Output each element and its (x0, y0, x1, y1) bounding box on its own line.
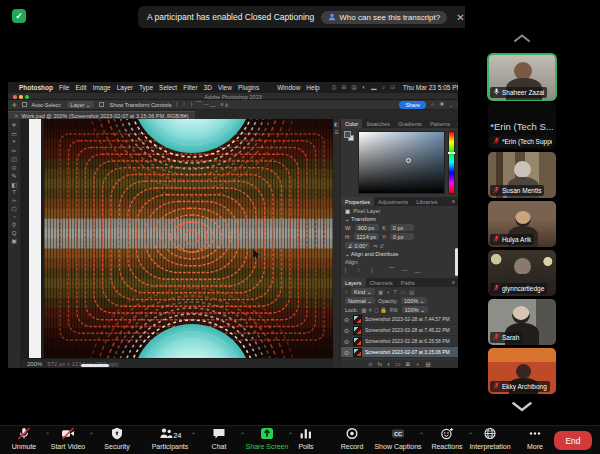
layer-row[interactable]: ⊙Screenshot 2023-02-28 at 7.44.57 PM (341, 314, 458, 325)
tool-icon[interactable]: ◫ (11, 155, 17, 162)
ps-share-button[interactable]: Share (399, 101, 426, 109)
layers-tab-layers[interactable]: Layers (341, 278, 366, 287)
participant-tile-glynncartledge[interactable]: glynncartledge (488, 250, 556, 296)
layers-tab-paths[interactable]: Paths (397, 278, 419, 287)
horizontal-scrollbar[interactable] (81, 364, 109, 367)
menu-item-file[interactable]: File (59, 84, 69, 91)
color-tab-patterns[interactable]: Patterns (426, 119, 454, 128)
align-section-header[interactable]: ⌄ Align and Distribute (345, 251, 454, 257)
document-tab[interactable]: ✕ Work.psd @ 200% (Screenshot 2023-02-07… (8, 111, 195, 119)
menu-item-layer[interactable]: Layer (117, 84, 133, 91)
rotate-field[interactable]: ∠ 0.00° (345, 242, 370, 249)
layer-visibility-icon[interactable]: ⊙ (344, 316, 350, 323)
tool-icon[interactable]: ⚲ (12, 221, 16, 228)
layer-thumbnail (353, 337, 362, 346)
menu-item-edit[interactable]: Edit (75, 84, 86, 91)
tool-icon[interactable]: ⌲ (12, 197, 17, 204)
app-menu[interactable]: Photoshop (19, 84, 53, 91)
fill-field[interactable]: 100% ⌄ (402, 306, 428, 313)
transform-section-header[interactable]: ⌄ Transform (345, 216, 454, 222)
layer-visibility-icon[interactable]: ⊙ (344, 327, 350, 334)
color-panel-tabs: ColorSwatchesGradientsPatterns≡ (341, 119, 458, 128)
color-tab-color[interactable]: Color (341, 119, 362, 128)
canvas-area[interactable] (21, 119, 333, 358)
participant-tile-hulya-arik[interactable]: Hulya Arik (488, 201, 556, 247)
tool-icon[interactable]: ▭ (11, 130, 17, 137)
participant-tile--erin-tech-support-[interactable]: *Erin (Tech S...*Erin (Tech Support,... (488, 103, 556, 149)
layer-visibility-icon[interactable]: ⊙ (344, 338, 350, 345)
participant-tile-susan-mentis[interactable]: Susan Mentis (488, 152, 556, 198)
y-field[interactable]: 0 px (390, 233, 414, 240)
participant-tile-sarah[interactable]: Sarah (488, 299, 556, 345)
workspace-icons[interactable]: ⌕ ▣ ⌄ (431, 101, 454, 108)
show-captions-button[interactable]: CC⌃Show Captions (370, 428, 426, 450)
color-tab-swatches[interactable]: Swatches (362, 119, 394, 128)
tool-icon[interactable]: ⊙ (11, 164, 16, 171)
tool-icon[interactable]: T (12, 189, 16, 195)
tool-icon[interactable]: ✎ (11, 172, 16, 179)
saturation-square[interactable] (358, 131, 445, 194)
menu-item-select[interactable]: Select (159, 84, 177, 91)
tool-icon[interactable]: ◧ (11, 181, 17, 188)
participant-name-label: *Erin (Tech Support,... (490, 136, 552, 147)
artwork-canvas[interactable] (44, 119, 333, 358)
chat-icon (212, 426, 226, 444)
tool-icon[interactable]: ✂ (11, 147, 16, 154)
height-field[interactable]: 1214 px (354, 233, 380, 240)
tool-icon[interactable]: ✛ (11, 121, 16, 128)
x-field[interactable]: 0 px (390, 224, 414, 231)
panel-dock-strip[interactable]: ◧☰ (333, 119, 341, 368)
scroll-up-chevron-icon[interactable] (488, 28, 556, 46)
layer-row[interactable]: ⊙Screenshot 2023-02-07 at 3.15.06 PM (341, 347, 458, 358)
participant-tile-ekky-archibong[interactable]: Ekky Archibong (488, 348, 556, 394)
end-meeting-button[interactable]: End (554, 431, 592, 450)
layers-footer-buttons[interactable]: ⟐fx◐▭⊞＋▤ (341, 360, 458, 368)
tool-icon[interactable]: Q (12, 230, 17, 236)
menu-item-plugins[interactable]: Plugins (238, 84, 259, 91)
menu-item-3d[interactable]: 3D (204, 84, 212, 91)
tool-icon[interactable]: ◔ (12, 214, 16, 220)
tools-panel[interactable]: ✛▭⌖✂◫⊙✎◧T⌲⬡◔⚲Q▣ (8, 119, 21, 368)
start-video-button[interactable]: ⌃Start Video (40, 428, 96, 450)
hue-slider[interactable] (448, 131, 455, 194)
tab-close-icon[interactable]: ✕ (14, 113, 19, 119)
properties-tab-libraries[interactable]: Libraries (412, 197, 441, 206)
properties-tab-adjustments[interactable]: Adjustments (374, 197, 412, 206)
panel-menu-icon[interactable]: ≡ (449, 197, 458, 206)
transcript-permission-button[interactable]: Who can see this transcript? (321, 11, 447, 24)
menu-item-help[interactable]: Help (306, 84, 319, 91)
kind-dropdown[interactable]: Kind ⌄ (351, 288, 375, 295)
auto-select-target-dropdown[interactable]: Layer ⌄ (67, 101, 95, 108)
menu-item-window[interactable]: Window (277, 84, 300, 91)
menu-item-view[interactable]: View (218, 84, 232, 91)
tool-icon[interactable]: ⬡ (11, 205, 16, 212)
zoom-level[interactable]: 200% (27, 361, 42, 367)
vertical-scrollbar[interactable] (455, 248, 458, 276)
layer-row[interactable]: ⊙Screenshot 2023-02-28 at 6.26.58 PM (341, 336, 458, 347)
layers-tab-channels[interactable]: Channels (366, 278, 397, 287)
properties-tab-properties[interactable]: Properties (341, 197, 374, 206)
panel-menu-icon[interactable]: ≡ (449, 278, 458, 287)
fg-bg-swatches[interactable] (344, 131, 355, 194)
menu-item-image[interactable]: Image (93, 84, 111, 91)
tool-icon[interactable]: ⌖ (12, 138, 15, 145)
auto-select-checkbox[interactable] (22, 102, 27, 107)
menu-item-filter[interactable]: Filter (183, 84, 197, 91)
tool-icon[interactable]: ▣ (11, 237, 17, 244)
participant-tile-shaheer-zazai[interactable]: Shaheer Zazai (488, 54, 556, 100)
security-button[interactable]: Security (89, 428, 145, 450)
lock-buttons[interactable]: ▦ ✛ ◻ 🔒 (361, 307, 387, 313)
participants-button[interactable]: 24⌃Participants (142, 428, 198, 450)
width-field[interactable]: 900 px (355, 224, 379, 231)
layer-row[interactable]: ⊙Screenshot 2023-02-28 at 7.45.22 PM (341, 325, 458, 336)
color-tab-gradients[interactable]: Gradients (394, 119, 426, 128)
panel-menu-icon[interactable]: ≡ (454, 119, 458, 128)
layer-visibility-icon[interactable]: ⊙ (344, 349, 350, 356)
scroll-down-chevron-icon[interactable] (488, 398, 556, 416)
menu-items-right: WindowHelp (277, 84, 326, 91)
blend-mode-dropdown[interactable]: Normal ⌄ (345, 297, 375, 304)
align-buttons[interactable]: ⎸ ∣ ⎹ ⎺ — ⎽ (345, 267, 454, 274)
menu-item-type[interactable]: Type (139, 84, 153, 91)
opacity-field[interactable]: 100% ⌄ (401, 297, 427, 304)
transform-controls-checkbox[interactable] (99, 102, 104, 107)
